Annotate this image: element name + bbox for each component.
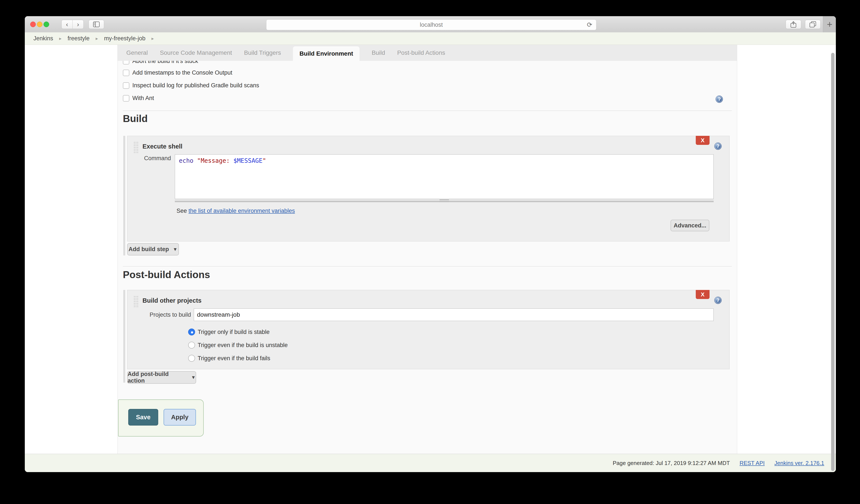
code-token-keyword: echo <box>179 157 197 164</box>
zoom-window-button[interactable] <box>44 21 49 27</box>
tab-source-code-management[interactable]: Source Code Management <box>160 45 232 61</box>
checkbox-row: With Ant <box>123 95 154 102</box>
forward-icon: › <box>77 21 79 28</box>
advanced-button[interactable]: Advanced... <box>671 220 710 231</box>
textarea-resize-handle[interactable] <box>175 199 714 202</box>
help-icon[interactable]: ? <box>714 297 722 304</box>
breadcrumb-separator-icon: ▸ <box>96 36 98 41</box>
radio-row: Trigger even if the build fails <box>188 355 270 362</box>
post-build-section-heading: Post-build Actions <box>123 269 210 280</box>
environment-variables-link[interactable]: the list of available environment variab… <box>189 207 295 214</box>
help-icon[interactable]: ? <box>716 96 723 103</box>
radio-trigger-unstable[interactable] <box>188 342 195 349</box>
radio-row: Trigger even if the build is unstable <box>188 342 288 349</box>
share-icon <box>791 21 796 28</box>
delete-post-build-action-button[interactable]: X <box>696 290 710 299</box>
tabs-overview-icon <box>809 21 816 27</box>
show-tabs-button[interactable] <box>805 20 820 29</box>
back-icon: ‹ <box>66 21 68 28</box>
tab-post-build-actions[interactable]: Post-build Actions <box>397 45 445 61</box>
share-button[interactable] <box>786 20 801 29</box>
tab-general[interactable]: General <box>126 45 148 61</box>
help-icon[interactable]: ? <box>714 143 722 150</box>
tab-build-triggers[interactable]: Build Triggers <box>244 45 281 61</box>
apply-button[interactable]: Apply <box>163 409 196 426</box>
delete-build-step-button[interactable]: X <box>696 136 710 145</box>
forward-button[interactable]: › <box>72 20 84 29</box>
build-step-title: Execute shell <box>142 143 182 150</box>
plus-icon: + <box>827 19 832 30</box>
post-build-left-strip <box>123 290 125 383</box>
radio-row: Trigger only if build is stable <box>188 329 270 335</box>
radio-label: Trigger even if the build is unstable <box>198 342 288 349</box>
section-divider <box>123 266 732 267</box>
new-tab-button[interactable]: + <box>823 16 836 32</box>
minimize-window-button[interactable] <box>37 21 42 27</box>
close-window-button[interactable] <box>30 21 36 27</box>
projects-to-build-input[interactable]: downstream-job <box>194 308 714 321</box>
page-generated-text: Page generated: Jul 17, 2019 9:12:27 AM … <box>613 460 730 466</box>
add-build-step-label: Add build step <box>128 246 169 253</box>
tab-build[interactable]: Build <box>372 45 385 61</box>
build-other-projects-block: Build other projects X ? Projects to bui… <box>127 290 730 369</box>
checkbox-row: Inspect build log for published Gradle b… <box>123 82 259 89</box>
add-post-build-action-label: Add post-build action <box>128 371 187 384</box>
breadcrumb-item-job[interactable]: my-freestyle-job <box>104 35 145 42</box>
build-step-left-strip <box>123 136 125 256</box>
breadcrumb-item-freestyle[interactable]: freestyle <box>68 35 90 42</box>
add-build-step-button[interactable]: Add build step ▼ <box>127 243 179 256</box>
breadcrumb: Jenkins ▸ freestyle ▸ my-freestyle-job ▸ <box>25 32 836 45</box>
breadcrumb-separator-icon: ▸ <box>152 36 154 41</box>
code-token-variable: $MESSAGE <box>233 157 262 164</box>
drag-handle-icon[interactable] <box>133 296 139 307</box>
rest-api-link[interactable]: REST API <box>740 460 765 466</box>
code-token-string: " <box>262 157 266 164</box>
jenkins-footer: Page generated: Jul 17, 2019 9:12:27 AM … <box>25 454 836 472</box>
jenkins-version-link[interactable]: Jenkins ver. 2.176.1 <box>774 460 824 466</box>
drag-handle-icon[interactable] <box>133 141 139 153</box>
projects-to-build-value: downstream-job <box>197 311 240 318</box>
radio-label: Trigger only if build is stable <box>198 329 270 335</box>
back-button[interactable]: ‹ <box>61 20 73 29</box>
env-vars-hint: See the list of available environment va… <box>176 207 295 214</box>
sidebar-icon <box>93 21 100 27</box>
radio-trigger-fails[interactable] <box>188 355 195 362</box>
checkbox-inspect-gradle[interactable] <box>123 82 129 89</box>
address-bar[interactable]: localhost ⟳ <box>266 19 597 30</box>
sidebar-toggle-button[interactable] <box>89 20 104 29</box>
checkbox-with-ant[interactable] <box>123 95 129 102</box>
reload-icon[interactable]: ⟳ <box>587 21 592 28</box>
see-prefix: See <box>176 207 189 214</box>
radio-trigger-stable[interactable] <box>188 329 195 335</box>
browser-window: ‹ › localhost ⟳ <box>25 16 836 472</box>
execute-shell-block: Execute shell X ? Command echo "Message:… <box>127 136 730 242</box>
add-post-build-action-button[interactable]: Add post-build action ▼ <box>127 371 196 384</box>
tab-build-environment[interactable]: Build Environment <box>293 46 359 61</box>
command-label: Command <box>141 155 171 162</box>
save-button[interactable]: Save <box>128 409 158 426</box>
config-panel <box>117 45 737 454</box>
address-bar-url: localhost <box>420 21 443 28</box>
checkbox-label: Inspect build log for published Gradle b… <box>132 82 259 89</box>
post-build-action-title: Build other projects <box>142 297 202 304</box>
command-textarea[interactable]: echo "Message: $MESSAGE" <box>175 154 714 199</box>
checkbox-row: Add timestamps to the Console Output <box>123 69 232 76</box>
checkbox-add-timestamps[interactable] <box>123 70 129 76</box>
config-tabbar: General Source Code Management Build Tri… <box>118 45 737 61</box>
checkbox-label: With Ant <box>132 95 154 102</box>
resize-grip-icon <box>440 200 449 202</box>
radio-label: Trigger even if the build fails <box>198 355 270 362</box>
breadcrumb-separator-icon: ▸ <box>59 36 62 41</box>
save-panel: Save Apply <box>118 400 204 436</box>
section-divider <box>123 111 732 111</box>
chevron-down-icon: ▼ <box>173 247 177 252</box>
checkbox-label: Add timestamps to the Console Output <box>132 69 232 76</box>
browser-toolbar: ‹ › localhost ⟳ <box>25 16 836 32</box>
projects-to-build-label: Projects to build <box>144 312 191 318</box>
code-token-string: "Message: <box>197 157 233 164</box>
chevron-down-icon: ▼ <box>191 375 196 380</box>
vertical-scrollbar-thumb[interactable] <box>831 53 834 471</box>
breadcrumb-item-jenkins[interactable]: Jenkins <box>33 35 53 42</box>
build-section-heading: Build <box>123 113 148 125</box>
